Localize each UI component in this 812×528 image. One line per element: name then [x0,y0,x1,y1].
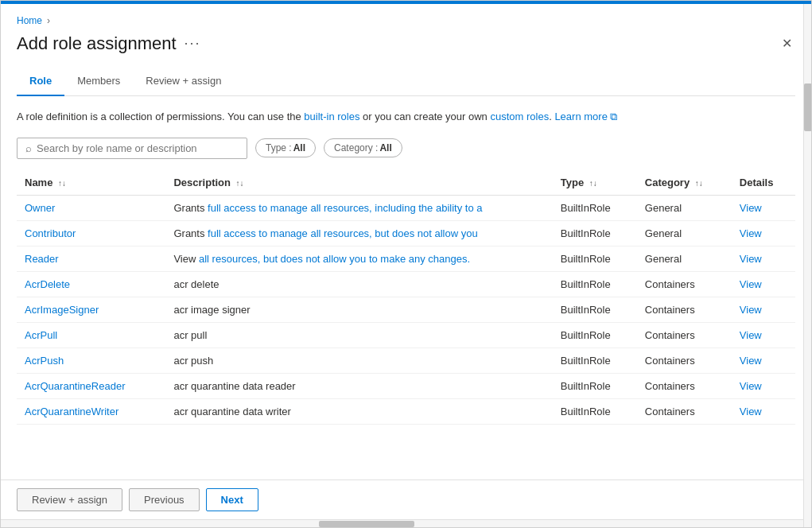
external-link-icon: ⧉ [610,111,617,122]
ellipsis-button[interactable]: ··· [185,35,201,52]
learn-more-link[interactable]: Learn more ⧉ [554,111,617,122]
table-row[interactable]: AcrPushacr pushBuiltInRoleContainersView [17,347,795,373]
cell-details[interactable]: View [732,271,795,297]
tab-review-assign[interactable]: Review + assign [133,67,234,96]
table-row[interactable]: OwnerGrants full access to manage all re… [17,195,795,220]
type-filter-value: All [293,142,305,153]
cell-category: Containers [637,271,732,297]
cell-details[interactable]: View [732,297,795,322]
table-row[interactable]: ContributorGrants full access to manage … [17,220,795,246]
cell-details[interactable]: View [732,398,795,424]
cell-name: AcrPush [17,347,165,373]
review-assign-button[interactable]: Review + assign [17,488,122,511]
breadcrumb: Home › [17,15,795,26]
cell-name: AcrQuarantineReader [17,373,165,398]
cell-type: BuiltInRole [553,220,637,246]
built-in-roles-link[interactable]: built-in roles [304,111,359,122]
search-input[interactable] [37,142,239,154]
cell-category: Containers [637,398,732,424]
filters-row: ⌕ Type : All Category : All [17,138,795,159]
content-area: Home › Add role assignment ··· ✕ Role Me… [1,4,811,527]
close-button[interactable]: ✕ [779,33,795,54]
cell-type: BuiltInRole [553,297,637,322]
cell-details[interactable]: View [732,373,795,398]
col-category[interactable]: Category ↑↓ [637,170,732,196]
category-filter-value: All [379,142,391,153]
cell-type: BuiltInRole [553,398,637,424]
cell-type: BuiltInRole [553,271,637,297]
horizontal-scrollbar-thumb[interactable] [319,521,414,527]
table-row[interactable]: AcrQuarantineWriteracr quarantine data w… [17,398,795,424]
cell-description: acr delete [165,271,552,297]
cell-description: View all resources, but does not allow y… [165,246,552,271]
category-sort-icon: ↑↓ [695,179,703,188]
table-row[interactable]: AcrPullacr pullBuiltInRoleContainersView [17,322,795,347]
tab-role[interactable]: Role [17,67,64,96]
cell-category: General [637,220,732,246]
tab-members[interactable]: Members [64,67,133,96]
vertical-scrollbar-thumb[interactable] [804,83,812,131]
roles-table: Name ↑↓ Description ↑↓ Type ↑↓ Categor [17,170,795,425]
cell-details[interactable]: View [732,322,795,347]
cell-name: AcrPull [17,322,165,347]
previous-button[interactable]: Previous [129,488,200,511]
cell-name: Contributor [17,220,165,246]
cell-details[interactable]: View [732,347,795,373]
col-name[interactable]: Name ↑↓ [17,170,165,196]
header-section: Home › Add role assignment ··· ✕ Role Me… [1,4,811,96]
cell-name: AcrQuarantineWriter [17,398,165,424]
cell-details[interactable]: View [732,220,795,246]
info-text: A role definition is a collection of per… [17,109,795,125]
desc-sort-icon: ↑↓ [236,179,244,188]
type-filter-label: Type : [266,142,292,153]
category-filter-label: Category : [334,142,378,153]
cell-description: acr quarantine data writer [165,398,552,424]
cell-category: Containers [637,322,732,347]
cell-description: Grants full access to manage all resourc… [165,220,552,246]
search-icon: ⌕ [25,142,32,154]
tabs-container: Role Members Review + assign [17,67,795,96]
cell-type: BuiltInRole [553,195,637,220]
main-window: Home › Add role assignment ··· ✕ Role Me… [0,0,812,528]
main-content: A role definition is a collection of per… [1,96,811,479]
cell-name: Reader [17,246,165,271]
cell-type: BuiltInRole [553,373,637,398]
cell-description: acr image signer [165,297,552,322]
col-type[interactable]: Type ↑↓ [553,170,637,196]
cell-description: Grants full access to manage all resourc… [165,195,552,220]
cell-category: General [637,195,732,220]
type-sort-icon: ↑↓ [589,179,597,188]
search-box[interactable]: ⌕ [17,138,247,159]
cell-name: AcrDelete [17,271,165,297]
cell-category: Containers [637,297,732,322]
table-row[interactable]: AcrDeleteacr deleteBuiltInRoleContainers… [17,271,795,297]
table-row[interactable]: AcrImageSigneracr image signerBuiltInRol… [17,297,795,322]
cell-type: BuiltInRole [553,246,637,271]
col-details: Details [732,170,795,196]
cell-category: General [637,246,732,271]
type-filter[interactable]: Type : All [255,138,316,157]
breadcrumb-home[interactable]: Home [17,15,42,26]
cell-details[interactable]: View [732,195,795,220]
title-row: Add role assignment ··· ✕ [17,33,795,54]
custom-roles-link[interactable]: custom roles [490,111,549,122]
name-sort-icon: ↑↓ [58,179,66,188]
page-title: Add role assignment [17,33,177,54]
table-row[interactable]: AcrQuarantineReaderacr quarantine data r… [17,373,795,398]
table-header: Name ↑↓ Description ↑↓ Type ↑↓ Categor [17,170,795,196]
bottom-bar: Review + assign Previous Next [1,479,811,519]
cell-description: acr quarantine data reader [165,373,552,398]
cell-name: Owner [17,195,165,220]
col-description[interactable]: Description ↑↓ [165,170,552,196]
horizontal-scrollbar[interactable] [1,519,811,527]
cell-details[interactable]: View [732,246,795,271]
breadcrumb-separator: › [47,15,50,26]
table-row[interactable]: ReaderView all resources, but does not a… [17,246,795,271]
cell-description: acr pull [165,322,552,347]
cell-type: BuiltInRole [553,322,637,347]
cell-type: BuiltInRole [553,347,637,373]
category-filter[interactable]: Category : All [324,138,402,157]
table-body: OwnerGrants full access to manage all re… [17,195,795,424]
next-button[interactable]: Next [206,488,258,511]
vertical-scrollbar[interactable] [803,4,811,527]
